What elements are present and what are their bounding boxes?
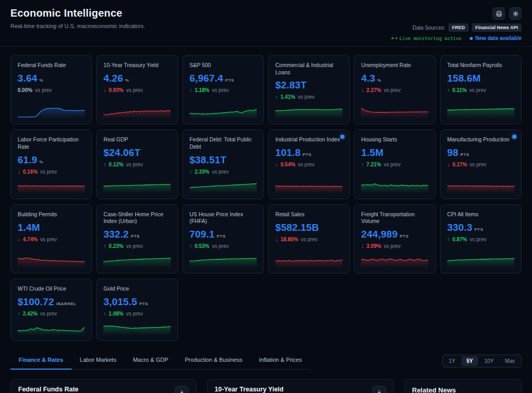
sparkline: [275, 253, 342, 268]
indicator-card[interactable]: Labor Force Participation Rate61.9%↓0.16…: [10, 129, 92, 199]
tab-labor-markets[interactable]: Labor Markets: [72, 352, 125, 369]
card-title: Freight Transportation Volume: [361, 211, 428, 225]
card-title: CPI All Items: [447, 211, 514, 218]
theme-button[interactable]: [509, 7, 522, 20]
change-percent: 0.11%: [453, 87, 467, 93]
card-change: ↓0.93%vs prev: [103, 87, 170, 93]
card-value: 98: [447, 147, 459, 159]
card-title: S&P 500: [190, 62, 257, 69]
indicator-card[interactable]: Commercial & Industrial Loans$2.83T↑1.41…: [268, 55, 350, 124]
change-percent: 7.21%: [366, 162, 381, 167]
download-icon: [376, 389, 382, 393]
arrow-up-icon: ↑: [103, 162, 106, 167]
card-value: 1.5M: [361, 147, 383, 159]
card-value: $100.72: [18, 296, 54, 308]
change-vs-label: vs prev: [212, 243, 229, 249]
change-vs-label: vs prev: [384, 87, 401, 93]
change-vs-label: vs prev: [40, 237, 57, 242]
card-unit: PTS: [474, 227, 483, 232]
card-change: ↓4.74%vs prev: [18, 237, 85, 242]
card-value: $2.83T: [275, 80, 307, 91]
range-10y[interactable]: 10Y: [479, 356, 499, 366]
card-value: 61.9: [18, 154, 37, 166]
card-change: ↑0.53%vs prev: [190, 243, 257, 249]
indicator-card[interactable]: Federal Debt: Total Public Debt$38.51T↑2…: [182, 129, 264, 199]
download-button[interactable]: [373, 386, 386, 393]
download-button[interactable]: [175, 386, 189, 393]
card-unit: PTS: [225, 78, 234, 83]
card-title: Manufacturing Production: [447, 136, 514, 143]
card-value: 101.8: [275, 147, 301, 159]
chart-title: Federal Funds Rate: [18, 386, 78, 393]
card-title: Unemployment Rate: [361, 62, 428, 69]
indicator-card[interactable]: Freight Transportation Volume244,989PTS↓…: [354, 204, 435, 273]
indicator-card[interactable]: Real GDP$24.06T↑0.12%vs prev: [96, 129, 178, 199]
card-title: 10-Year Treasury Yield: [103, 62, 170, 69]
card-value: 6,967.4: [190, 73, 223, 84]
change-percent: 0.54%: [281, 162, 295, 167]
header-left: Economic Intelligence Real-time tracking…: [10, 7, 145, 29]
range-max[interactable]: Max: [500, 356, 520, 366]
indicator-card[interactable]: Industrial Production Index101.8PTS↓0.54…: [268, 129, 350, 199]
card-value: 3,015.5: [103, 296, 137, 308]
source-badge-financial-news-api[interactable]: Financial News API: [472, 23, 522, 32]
card-title: Housing Starts: [361, 136, 428, 143]
card-change: 0.00%vs prev: [18, 87, 85, 93]
card-value: 4.26: [103, 73, 123, 84]
change-vs-label: vs prev: [40, 311, 57, 317]
range-5y[interactable]: 5Y: [461, 356, 478, 366]
indicator-card[interactable]: CPI All Items330.3PTS↑0.87%vs prev: [440, 204, 522, 273]
sparkline: [103, 253, 170, 268]
indicator-card[interactable]: Gold Price3,015.5PTS↑1.08%vs prev: [96, 279, 178, 341]
change-vs-label: vs prev: [35, 87, 51, 93]
tab-macro-gdp[interactable]: Macro & GDP: [125, 352, 177, 369]
printer-icon: [496, 10, 502, 17]
indicator-card[interactable]: Federal Funds Rate3.64%0.00%vs prev: [10, 55, 92, 124]
indicator-card[interactable]: Housing Starts1.5M↑7.21%vs prev: [354, 129, 435, 199]
indicator-card[interactable]: Unemployment Rate4.3%↓2.27%vs prev: [354, 55, 435, 124]
indicator-card[interactable]: US House Price Index (FHFA)709.1PTS↑0.53…: [182, 204, 264, 273]
sparkline: [18, 179, 85, 193]
indicator-card[interactable]: S&P 5006,967.4PTS↑1.18%vs prev: [182, 55, 264, 124]
page-subtitle: Real-time tracking of U.S. macroeconomic…: [10, 23, 145, 29]
chart-title: 10-Year Treasury Yield: [215, 386, 284, 393]
arrow-up-icon: ↑: [361, 162, 364, 167]
card-change: ↓0.54%vs prev: [275, 162, 342, 167]
range-1y[interactable]: 1Y: [444, 356, 460, 366]
change-percent: 1.41%: [281, 94, 295, 100]
tab-finance-rates[interactable]: Finance & Rates: [10, 352, 72, 370]
tab-inflation-prices[interactable]: Inflation & Prices: [250, 352, 310, 369]
card-unit: PTS: [460, 152, 469, 157]
sparkline: [190, 253, 257, 268]
arrow-up-icon: ↑: [447, 237, 450, 242]
card-change: ↓0.16%vs prev: [18, 169, 85, 175]
indicator-card[interactable]: Total Nonfarm Payrolls158.6M↑0.11%vs pre…: [440, 55, 522, 124]
change-vs-label: vs prev: [470, 162, 486, 167]
card-unit: %: [125, 78, 129, 83]
indicator-card[interactable]: Case-Shiller Home Price Index (Urban)332…: [96, 204, 178, 273]
arrow-down-icon: ↓: [18, 169, 20, 175]
card-title: Gold Price: [103, 285, 170, 293]
card-title: US House Price Index (FHFA): [190, 211, 257, 225]
change-percent: 3.09%: [366, 243, 381, 249]
print-button[interactable]: [493, 7, 505, 20]
change-percent: 2.42%: [23, 311, 37, 317]
arrow-up-icon: ↑: [103, 243, 106, 249]
indicator-card[interactable]: Retail Sales$582.15B↓18.80%vs prev: [268, 204, 350, 273]
indicator-card[interactable]: Manufacturing Production98PTS↓0.17%vs pr…: [440, 129, 522, 199]
source-badge-fred[interactable]: FRED: [448, 23, 469, 32]
tab-production-business[interactable]: Production & Business: [177, 352, 251, 369]
card-value: 4.3: [361, 73, 375, 84]
change-percent: 2.33%: [195, 169, 209, 175]
indicator-card[interactable]: Building Permits1.4M↓4.74%vs prev: [10, 204, 92, 273]
card-change: ↑2.33%vs prev: [190, 169, 257, 175]
card-value: 1.4M: [18, 222, 40, 233]
card-title: Federal Funds Rate: [18, 62, 85, 69]
indicator-card[interactable]: 10-Year Treasury Yield4.26%↓0.93%vs prev: [96, 55, 178, 124]
new-data-indicator[interactable]: New data available: [470, 35, 522, 41]
arrow-up-icon: ↑: [18, 311, 20, 317]
change-percent: 1.18%: [195, 87, 209, 93]
card-unit: /BARREL: [56, 302, 76, 306]
indicator-card[interactable]: WTI Crude Oil Price$100.72/BARREL↑2.42%v…: [10, 279, 92, 341]
sparkline: [18, 104, 85, 119]
